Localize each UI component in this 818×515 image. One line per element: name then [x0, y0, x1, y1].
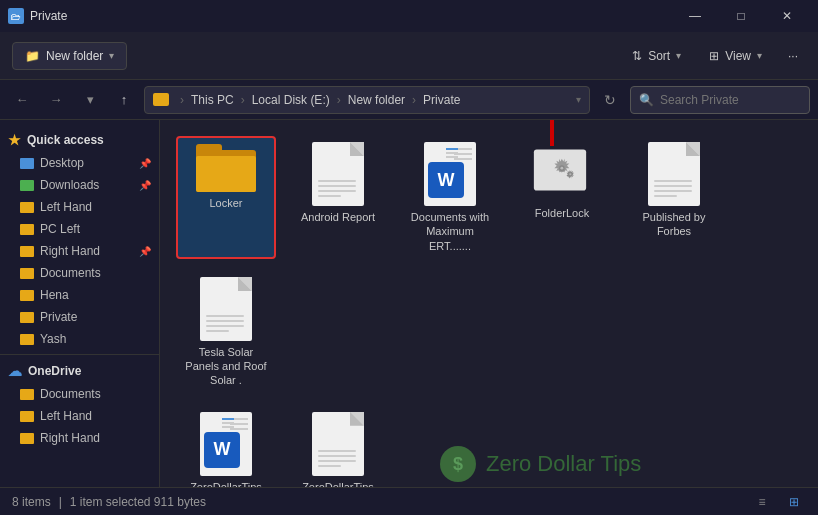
- sidebar-item-label: Right Hand: [40, 244, 100, 258]
- path-this-pc[interactable]: This PC: [191, 93, 234, 107]
- file-label: ZeroDollarTips: [302, 480, 374, 487]
- sidebar-item-documents[interactable]: Documents: [0, 262, 159, 284]
- folderlock-gear-icon: [532, 142, 592, 202]
- locker-folder-icon: [196, 144, 256, 192]
- files-grid: Locker Android Report: [176, 136, 802, 394]
- sidebar-item-od-left-hand[interactable]: Left Hand: [0, 405, 159, 427]
- sidebar-item-label: Downloads: [40, 178, 99, 192]
- gear-svg: [532, 142, 588, 198]
- up-button[interactable]: ↑: [110, 86, 138, 114]
- file-label: Published by Forbes: [630, 210, 718, 239]
- hena-folder-icon: [20, 290, 34, 301]
- path-private[interactable]: Private: [423, 93, 460, 107]
- svg-point-3: [560, 167, 563, 170]
- od-left-hand-icon: [20, 411, 34, 422]
- new-folder-icon: 📁: [25, 49, 40, 63]
- new-folder-chevron: ▾: [109, 50, 114, 61]
- yash-folder-icon: [20, 334, 34, 345]
- file-item-zerodollar-zoom[interactable]: W ZeroDollarTips Zoom Meetings: [176, 406, 276, 487]
- more-options-button[interactable]: ···: [780, 43, 806, 69]
- pin-icon: 📌: [139, 180, 151, 191]
- file-item-documents-max[interactable]: W Documents with Maximum ERT.......: [400, 136, 500, 259]
- recent-button[interactable]: ▾: [76, 86, 104, 114]
- file-item-android-report[interactable]: Android Report: [288, 136, 388, 259]
- sidebar-item-od-documents[interactable]: Documents: [0, 383, 159, 405]
- sidebar-item-label: Hena: [40, 288, 69, 302]
- pin-icon: 📌: [139, 246, 151, 257]
- sort-button[interactable]: ⇅ Sort ▾: [622, 43, 691, 69]
- maximize-button[interactable]: □: [718, 0, 764, 32]
- tesla-doc-icon: [200, 277, 252, 341]
- file-label: ZeroDollarTips Zoom Meetings: [182, 480, 270, 487]
- sort-label: Sort: [648, 49, 670, 63]
- new-folder-label: New folder: [46, 49, 103, 63]
- sidebar-item-yash[interactable]: Yash: [0, 328, 159, 350]
- sidebar-divider: [0, 354, 159, 355]
- zerodollar-doc-icon: [312, 412, 364, 476]
- path-dropdown-chevron[interactable]: ▾: [576, 94, 581, 105]
- view-label: View: [725, 49, 751, 63]
- file-item-zerodollar[interactable]: ZeroDollarTips: [288, 406, 388, 487]
- file-area: Locker Android Report: [160, 120, 818, 487]
- sidebar-item-label: Desktop: [40, 156, 84, 170]
- sidebar-item-hena[interactable]: Hena: [0, 284, 159, 306]
- path-sep4: ›: [412, 93, 416, 107]
- grid-view-button[interactable]: ⊞: [782, 490, 806, 514]
- sidebar-item-pc-left[interactable]: PC Left: [0, 218, 159, 240]
- path-new-folder[interactable]: New folder: [348, 93, 405, 107]
- file-item-folderlock[interactable]: FolderLock: [512, 136, 612, 259]
- downloads-folder-icon: [20, 180, 34, 191]
- sidebar-item-label: Left Hand: [40, 200, 92, 214]
- path-folder-icon: [153, 93, 169, 106]
- sidebar-item-left-hand[interactable]: Left Hand: [0, 196, 159, 218]
- minimize-button[interactable]: —: [672, 0, 718, 32]
- view-chevron: ▾: [757, 50, 762, 61]
- onedrive-label: OneDrive: [28, 364, 81, 378]
- title-bar: 🗁 Private — □ ✕: [0, 0, 818, 32]
- sidebar-item-desktop[interactable]: Desktop 📌: [0, 152, 159, 174]
- quick-access-label: Quick access: [27, 133, 104, 147]
- status-separator: |: [59, 495, 62, 509]
- file-item-locker[interactable]: Locker: [176, 136, 276, 259]
- sidebar-item-private[interactable]: Private: [0, 306, 159, 328]
- file-item-tesla[interactable]: Tesla Solar Panels and Roof Solar .: [176, 271, 276, 394]
- forbes-doc-icon: [648, 142, 700, 206]
- dollar-circle-icon: $: [440, 446, 476, 482]
- quick-access-section[interactable]: ★ Quick access: [0, 128, 159, 152]
- sidebar: ★ Quick access Desktop 📌 Downloads 📌 Lef…: [0, 120, 160, 487]
- sidebar-item-downloads[interactable]: Downloads 📌: [0, 174, 159, 196]
- sidebar-item-right-hand[interactable]: Right Hand 📌: [0, 240, 159, 262]
- sidebar-item-label: Documents: [40, 387, 101, 401]
- path-sep3: ›: [337, 93, 341, 107]
- pin-icon: 📌: [139, 158, 151, 169]
- forward-button[interactable]: →: [42, 86, 70, 114]
- file-label: FolderLock: [535, 206, 589, 220]
- private-folder-icon: [20, 312, 34, 323]
- sidebar-item-label: Documents: [40, 266, 101, 280]
- file-label: Locker: [209, 196, 242, 210]
- onedrive-cloud-icon: ☁: [8, 363, 22, 379]
- android-report-doc-icon: [312, 142, 364, 206]
- address-path[interactable]: › This PC › Local Disk (E:) › New folder…: [144, 86, 590, 114]
- sidebar-item-od-right-hand[interactable]: Right Hand: [0, 427, 159, 449]
- new-folder-button[interactable]: 📁 New folder ▾: [12, 42, 127, 70]
- file-label: Documents with Maximum ERT.......: [406, 210, 494, 253]
- star-icon: ★: [8, 132, 21, 148]
- list-view-button[interactable]: ≡: [750, 490, 774, 514]
- path-local-disk[interactable]: Local Disk (E:): [252, 93, 330, 107]
- items-count: 8 items: [12, 495, 51, 509]
- onedrive-section[interactable]: ☁ OneDrive: [0, 359, 159, 383]
- search-box[interactable]: 🔍: [630, 86, 810, 114]
- refresh-button[interactable]: ↻: [596, 86, 624, 114]
- search-input[interactable]: [660, 93, 801, 107]
- view-icon: ⊞: [709, 49, 719, 63]
- search-icon: 🔍: [639, 93, 654, 107]
- main-content: ★ Quick access Desktop 📌 Downloads 📌 Lef…: [0, 120, 818, 487]
- file-item-forbes[interactable]: Published by Forbes: [624, 136, 724, 259]
- files-grid-row2: W ZeroDollarTips Zoom Meetings: [176, 406, 802, 487]
- window-title: Private: [30, 9, 67, 23]
- view-button[interactable]: ⊞ View ▾: [699, 43, 772, 69]
- close-button[interactable]: ✕: [764, 0, 810, 32]
- zerodollar-zoom-word-icon: W: [200, 412, 252, 476]
- back-button[interactable]: ←: [8, 86, 36, 114]
